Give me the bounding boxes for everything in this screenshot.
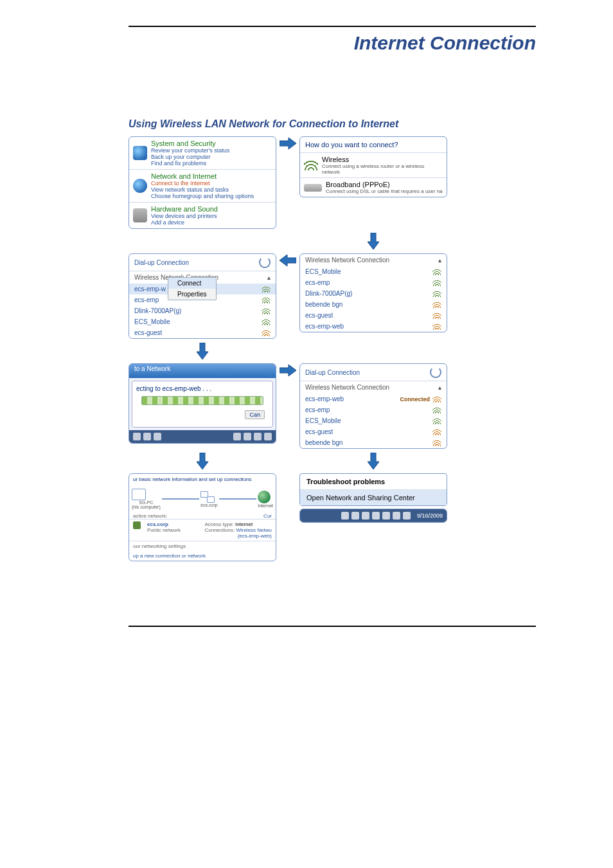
menu-open-network-center[interactable]: Open Network and Sharing Center [300,490,447,505]
network-list-left: Dial-up Connection Wireless Network Conn… [129,253,276,339]
speaker-icon [133,208,147,222]
cp-hardware-heading[interactable]: Hardware and Sound [151,205,218,213]
progress-bar [141,396,263,405]
tray-icon[interactable] [254,433,262,440]
svg-marker-4 [280,365,296,376]
signal-icon [262,330,271,336]
option-broadband[interactable]: Broadband (PPPoE) Connect using DSL or c… [300,177,447,197]
tray-clock[interactable]: 9/16/2009 [417,512,443,519]
svg-marker-0 [280,138,296,149]
nsc-active-net: active network: [133,513,167,519]
tray-icon[interactable] [244,433,251,440]
nsc-new-connection[interactable]: up a new connection or network [129,551,276,561]
tray-icon[interactable] [133,433,141,440]
connect-choice-dialog: How do you want to connect? Wireless Con… [299,136,447,197]
cp-system-heading[interactable]: System and Security [151,140,229,147]
ssid-item[interactable]: ECS_Mobile [129,316,276,327]
arrow-down-icon [129,343,276,359]
ssid-label: ECS_Mobile [134,318,170,325]
ssid-item[interactable]: ECS_Mobile [300,415,447,426]
chevron-up-icon[interactable]: ▴ [267,274,271,281]
tray-icon[interactable] [143,433,151,440]
tray-icon[interactable] [264,433,272,440]
cp-system-link-1[interactable]: Back up your computer [151,154,229,160]
connecting-dialog: to a Network ecting to ecs-emp-web . . .… [129,363,276,444]
option-wireless-title: Wireless [322,156,443,163]
dialup-connection[interactable]: Dial-up Connection [305,369,360,376]
shield-icon [133,146,147,160]
nsc-conn-value[interactable]: Wireless Netwo [236,527,272,533]
tray-icon[interactable] [362,512,369,520]
ssid-item[interactable]: Dlink-7000AP(g) [129,305,276,316]
context-properties[interactable]: Properties [168,289,216,300]
cancel-button[interactable]: Can [245,410,265,419]
tray-network-icon[interactable] [393,512,400,520]
ssid-item[interactable]: bebende bgn [300,299,447,310]
ssid-item-connected[interactable]: ecs-emp-web Connected [300,393,447,404]
nsc-cur: Cur [263,513,272,519]
network-type-icon [133,521,141,529]
signal-icon [262,297,271,303]
nsc-settings-label: our networking settings [129,541,276,551]
modem-icon [304,184,322,192]
tray-icon[interactable] [372,512,380,520]
arrow-right-icon [279,363,297,377]
signal-icon [432,418,441,424]
ssid-label: ecs-emp [305,406,330,413]
tray-icon[interactable] [351,512,359,520]
ssid-item[interactable]: Dlink-7000AP(g) [300,288,447,299]
option-wireless[interactable]: Wireless Connect using a wireless router… [300,152,447,177]
ssid-item[interactable]: ecs-guest [300,426,447,437]
ssid-item[interactable]: ecs-emp [300,404,447,415]
cp-hardware-link-0[interactable]: View devices and printers [151,213,218,219]
tray-icon[interactable] [382,512,390,520]
nsc-net-sub: Public network [147,527,181,533]
signal-icon [432,396,441,402]
arrow-down-icon [299,453,447,469]
tray-icon[interactable] [154,433,161,440]
ssid-label: ecs-emp-web [305,323,344,330]
tray-icon[interactable] [341,512,349,520]
network-list-right: Wireless Network Connection ▴ ECS_Mobile… [299,253,447,332]
tray-volume-icon[interactable] [403,512,411,520]
ssid-label: ecs-emp [134,296,159,303]
context-menu: Connect Properties [168,277,217,300]
signal-icon [432,302,441,308]
connecting-message: ecting to ecs-emp-web . . . [136,385,269,392]
cp-system-link-2[interactable]: Find and fix problems [151,160,229,167]
refresh-icon[interactable] [430,366,441,378]
ssid-item[interactable]: ecs-emp-web [300,321,447,332]
cp-network-link-2[interactable]: Choose homegroup and sharing options [151,193,254,199]
cp-system-link-0[interactable]: Review your computer's status [151,147,229,154]
ssid-label: ECS_Mobile [305,417,341,424]
ssid-label: Dlink-7000AP(g) [305,290,352,297]
signal-icon [432,312,441,319]
page-title: Internet Connection [129,32,536,54]
ssid-label: bebende bgn [305,301,342,308]
chevron-up-icon[interactable]: ▴ [438,257,441,264]
ssid-item[interactable]: ECS_Mobile [300,266,447,277]
internet-icon [258,491,271,503]
cp-network-link-1[interactable]: View network status and tasks [151,186,254,193]
ssid-item[interactable]: bebende bgn [300,437,447,448]
wlan-connection-diagram: System and Security Review your computer… [129,136,536,561]
cp-network-heading[interactable]: Network and Internet [151,172,254,180]
ssid-label: Dlink-7000AP(g) [134,307,181,314]
refresh-icon[interactable] [259,257,271,268]
signal-icon [432,291,441,297]
ssid-item[interactable]: ecs-guest [129,327,276,338]
ssid-item[interactable]: ecs-guest [300,310,447,321]
tray-icon[interactable] [233,433,241,440]
tray-popup: Troubleshoot problems Open Network and S… [299,473,447,523]
cp-hardware-link-1[interactable]: Add a device [151,219,218,226]
signal-icon [432,440,441,446]
nsc-conn-label: Connections: [204,527,235,533]
ssid-item[interactable]: ecs-emp [300,277,447,288]
chevron-up-icon[interactable]: ▴ [438,384,441,391]
menu-troubleshoot[interactable]: Troubleshoot problems [300,474,447,490]
cp-network-link-0[interactable]: Connect to the Internet [151,180,254,186]
context-connect[interactable]: Connect [168,278,216,289]
dialup-connection[interactable]: Dial-up Connection [134,259,189,266]
nsc-net-name: ecs.corp [147,521,181,527]
network-list-connected: Dial-up Connection Wireless Network Conn… [299,363,447,449]
